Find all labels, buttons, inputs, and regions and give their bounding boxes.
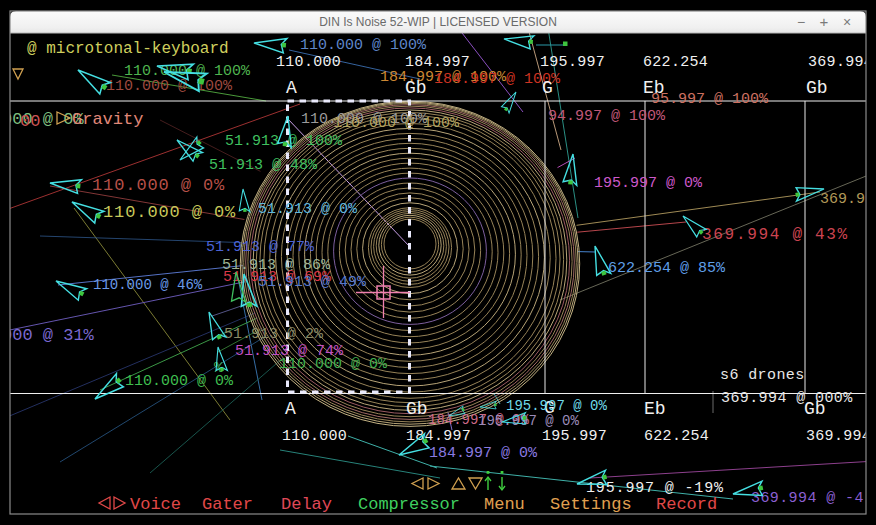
svg-text:195.997: 195.997 <box>542 428 607 445</box>
svg-text:110.000 @ 100%: 110.000 @ 100% <box>300 37 427 54</box>
svg-text:110.000 @ 0%: 110.000 @ 0% <box>103 203 236 222</box>
svg-text:195.997 @ 0%: 195.997 @ 0% <box>594 175 703 192</box>
svg-text:369.994 @ 43%: 369.994 @ 43% <box>702 226 849 244</box>
svg-text:51.913 @ 48%: 51.913 @ 48% <box>209 157 318 174</box>
svg-text:Compressor: Compressor <box>358 495 460 514</box>
svg-text:195.997: 195.997 <box>540 54 605 71</box>
svg-text:Eb: Eb <box>643 78 665 98</box>
svg-text:51.913 @ 0%: 51.913 @ 0% <box>258 201 358 218</box>
svg-text:51.913 @ 77%: 51.913 @ 77% <box>206 239 315 256</box>
svg-text:+: + <box>820 13 829 30</box>
svg-text:95.997 @ 100%: 95.997 @ 100% <box>651 91 769 108</box>
svg-text:51.913 @ 2%: 51.913 @ 2% <box>224 326 324 343</box>
svg-text:110.000 @ 0%: 110.000 @ 0% <box>125 373 234 390</box>
svg-text:−: − <box>797 14 805 30</box>
svg-text:110.000: 110.000 <box>276 54 341 71</box>
svg-text:110.000 @ 0%: 110.000 @ 0% <box>92 176 225 195</box>
svg-text:110.000 @ 46%: 110.000 @ 46% <box>93 277 203 293</box>
svg-text:Delay: Delay <box>281 495 332 514</box>
svg-text:DIN Is Noise 52-WIP | LICENSED: DIN Is Noise 52-WIP | LICENSED VERSION <box>319 15 557 29</box>
svg-text:G: G <box>542 78 553 98</box>
svg-text:A: A <box>286 78 297 98</box>
svg-text:369.994 @ -4: 369.994 @ -4 <box>751 490 864 507</box>
svg-text:Menu: Menu <box>484 495 525 514</box>
svg-text:Settings: Settings <box>550 495 632 514</box>
svg-text:110.000: 110.000 <box>282 428 347 445</box>
svg-text:Gater: Gater <box>202 495 253 514</box>
svg-text:195.997 @ 0%: 195.997 @ 0% <box>478 413 579 429</box>
svg-text:Gb: Gb <box>405 78 427 98</box>
svg-text:369.994: 369.994 <box>808 54 873 71</box>
svg-text:184.997 @ 0%: 184.997 @ 0% <box>429 445 538 462</box>
svg-text:110.000 @ 0%: 110.000 @ 0% <box>279 356 388 373</box>
svg-text:110.000 @ 100%: 110.000 @ 100% <box>106 78 233 95</box>
svg-text:369.994: 369.994 <box>806 428 871 445</box>
svg-text:51.913 @ 49%: 51.913 @ 49% <box>258 274 367 291</box>
svg-text:s6 drones: s6 drones <box>720 367 805 384</box>
svg-text:51.913 @ 100%: 51.913 @ 100% <box>225 133 343 150</box>
svg-text:622.254: 622.254 <box>643 54 708 71</box>
svg-text:A: A <box>285 399 296 419</box>
svg-text:622.254 @ 85%: 622.254 @ 85% <box>608 260 726 277</box>
svg-text:184.997: 184.997 <box>406 428 471 445</box>
svg-text:110.000 @ 100%: 110.000 @ 100% <box>333 115 460 132</box>
svg-text:94.997 @ 100%: 94.997 @ 100% <box>548 108 666 125</box>
svg-text:Gb: Gb <box>806 78 828 98</box>
svg-text:×: × <box>843 14 851 30</box>
svg-text:000 @ 31%: 000 @ 31% <box>2 326 95 345</box>
svg-text:Gb: Gb <box>406 399 428 419</box>
svg-text:@ microtonal-keyboard: @ microtonal-keyboard <box>27 40 229 58</box>
svg-text:Record: Record <box>656 495 717 514</box>
svg-text:369.994 @ 000%: 369.994 @ 000% <box>721 390 853 407</box>
svg-text:00: 00 <box>20 112 40 131</box>
svg-text:184.997: 184.997 <box>405 54 470 71</box>
svg-text:622.254: 622.254 <box>644 428 709 445</box>
svg-text:Voice: Voice <box>130 495 181 514</box>
svg-text:Eb: Eb <box>644 399 666 419</box>
svg-text:Gravity: Gravity <box>72 110 143 129</box>
